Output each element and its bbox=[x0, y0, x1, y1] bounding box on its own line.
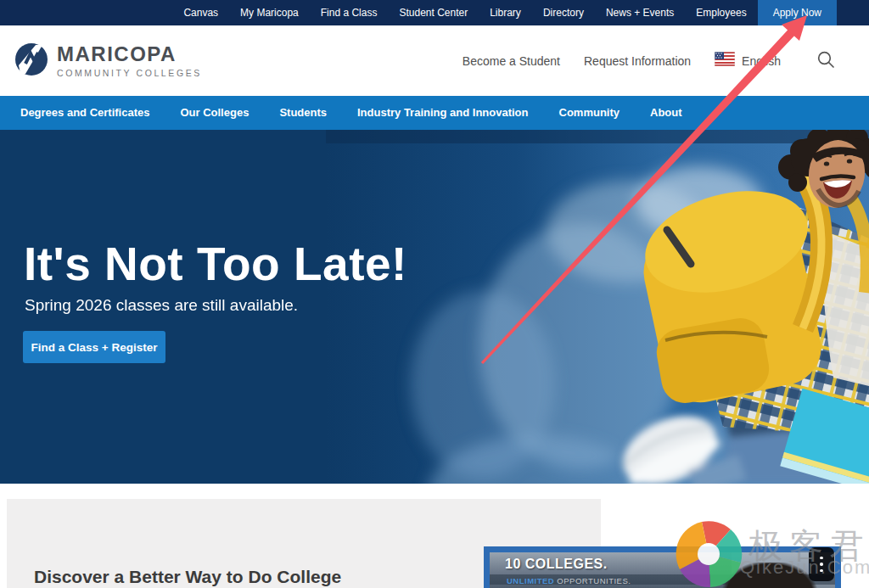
video-frame: 10 COLLEGES. UNLIMITED OPPORTUNITIES. bbox=[490, 552, 835, 588]
find-class-register-button[interactable]: Find a Class + Register bbox=[23, 331, 165, 363]
topbar-item-news-events[interactable]: News + Events bbox=[595, 0, 685, 25]
logo-text: MARICOPA COMMUNITY COLLEGES bbox=[57, 44, 202, 78]
topbar-item-my-maricopa[interactable]: My Maricopa bbox=[229, 0, 310, 25]
nav-students[interactable]: Students bbox=[264, 96, 342, 130]
discover-section-heading: Discover a Better Way to Do College bbox=[34, 567, 341, 587]
topbar-item-canvas[interactable]: Canvas bbox=[172, 0, 229, 25]
hero-student-photo bbox=[326, 130, 869, 484]
hero-banner: It's Not Too Late! Spring 2026 classes a… bbox=[0, 130, 869, 484]
language-selector[interactable]: English bbox=[715, 52, 781, 70]
site-header: MARICOPA COMMUNITY COLLEGES Become a Stu… bbox=[0, 25, 869, 96]
kebab-menu-icon[interactable] bbox=[809, 547, 834, 581]
topbar-item-directory[interactable]: Directory bbox=[532, 0, 595, 25]
maricopa-logo-icon bbox=[14, 42, 49, 81]
us-flag-icon bbox=[715, 52, 735, 70]
topbar-item-employees[interactable]: Employees bbox=[685, 0, 757, 25]
video-subtitle-bold: UNLIMITED bbox=[507, 576, 554, 585]
maricopa-logo[interactable]: MARICOPA COMMUNITY COLLEGES bbox=[14, 42, 202, 81]
nav-community[interactable]: Community bbox=[544, 96, 636, 130]
video-subtitle-rest: OPPORTUNITIES. bbox=[554, 576, 631, 585]
nav-degrees-and-certificates[interactable]: Degrees and Certificates bbox=[5, 96, 165, 130]
search-icon bbox=[816, 50, 835, 72]
hero-subheading: Spring 2026 classes are still available. bbox=[25, 296, 298, 315]
topbar-item-student-center[interactable]: Student Center bbox=[388, 0, 479, 25]
maricopa-homepage: Canvas My Maricopa Find a Class Student … bbox=[0, 0, 869, 588]
header-right-links: Become a Student Request Information bbox=[463, 50, 835, 72]
primary-navbar: Degrees and Certificates Our Colleges St… bbox=[0, 96, 869, 130]
become-a-student-link[interactable]: Become a Student bbox=[463, 54, 560, 68]
logo-subtitle: COMMUNITY COLLEGES bbox=[57, 68, 202, 78]
promo-video-thumbnail[interactable]: 10 COLLEGES. UNLIMITED OPPORTUNITIES. bbox=[484, 546, 841, 588]
logo-title: MARICOPA bbox=[57, 44, 202, 64]
nav-industry-training[interactable]: Industry Training and Innovation bbox=[342, 96, 544, 130]
topbar-item-apply-now[interactable]: Apply Now bbox=[758, 0, 837, 25]
nav-our-colleges[interactable]: Our Colleges bbox=[165, 96, 264, 130]
video-title: 10 COLLEGES. bbox=[505, 557, 608, 572]
topbar-item-library[interactable]: Library bbox=[479, 0, 532, 25]
utility-navbar: Canvas My Maricopa Find a Class Student … bbox=[0, 0, 869, 25]
video-subtitle: UNLIMITED OPPORTUNITIES. bbox=[507, 576, 631, 585]
hero-heading: It's Not Too Late! bbox=[24, 237, 407, 291]
request-information-link[interactable]: Request Information bbox=[584, 54, 691, 68]
topbar-item-find-a-class[interactable]: Find a Class bbox=[310, 0, 389, 25]
search-button[interactable] bbox=[816, 50, 835, 72]
nav-about[interactable]: About bbox=[635, 96, 698, 130]
language-label: English bbox=[742, 54, 781, 68]
